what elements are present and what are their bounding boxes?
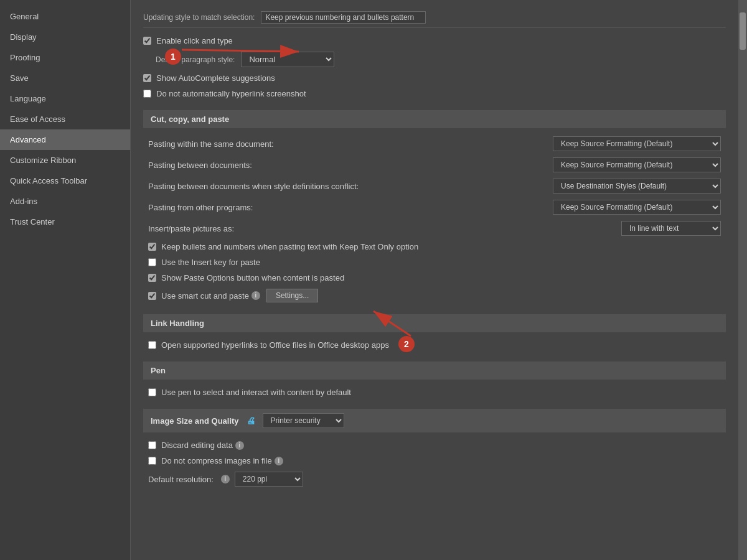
default-resolution-info-icon: i (221, 475, 230, 483)
main-content: Updating style to match selection: Keep … (131, 0, 738, 560)
pasting-between-docs-row: Pasting between documents: Keep Source F… (143, 154, 726, 175)
use-pen-row: Use pen to select and interact with cont… (143, 385, 726, 400)
top-row: Updating style to match selection: Keep … (143, 6, 726, 28)
sidebar: General Display Proofing Save Language E… (0, 0, 131, 560)
do-not-hyperlink-label[interactable]: Do not automatically hyperlink screensho… (156, 89, 306, 98)
discard-editing-row: Discard editing data i (143, 437, 726, 453)
sidebar-item-add-ins[interactable]: Add-ins (0, 191, 130, 212)
keep-bullets-checkbox[interactable] (148, 243, 156, 251)
show-autocomplete-label[interactable]: Show AutoComplete suggestions (156, 73, 275, 83)
link-handling-header: Link Handling (143, 314, 726, 332)
show-paste-options-label[interactable]: Show Paste Options button when content i… (161, 273, 344, 282)
pasting-other-programs-row: Pasting from other programs: Keep Source… (143, 197, 726, 218)
pasting-same-doc-label: Pasting within the same document: (148, 139, 553, 149)
pasting-between-docs-select[interactable]: Keep Source Formatting (Default) (553, 157, 721, 172)
use-smart-cut-checkbox[interactable] (148, 292, 156, 300)
insert-paste-select[interactable]: In line with text (621, 221, 721, 236)
show-autocomplete-row: Show AutoComplete suggestions (143, 70, 726, 86)
badge-2: 2 (398, 336, 415, 352)
smart-cut-info-icon: i (251, 291, 260, 300)
use-pen-checkbox[interactable] (148, 388, 156, 396)
pen-header: Pen (143, 362, 726, 380)
enable-click-type-checkbox[interactable] (143, 37, 151, 45)
default-paragraph-select[interactable]: Normal (241, 52, 334, 67)
pasting-same-doc-select[interactable]: Keep Source Formatting (Default) (553, 136, 721, 151)
sidebar-item-display[interactable]: Display (0, 27, 130, 47)
sidebar-item-trust-center[interactable]: Trust Center (0, 212, 130, 232)
sidebar-item-general[interactable]: General (0, 6, 130, 27)
image-size-select[interactable]: Printer security (263, 413, 344, 428)
use-smart-cut-row: Use smart cut and paste i Settings... (143, 286, 726, 306)
badge-1: 1 (165, 49, 181, 65)
show-paste-options-row: Show Paste Options button when content i… (143, 270, 726, 286)
enable-click-type-row: Enable click and type (143, 33, 726, 49)
sidebar-item-quick-access-toolbar[interactable]: Quick Access Toolbar (0, 170, 130, 191)
insert-paste-row: Insert/paste pictures as: In line with t… (143, 218, 726, 239)
use-insert-key-label[interactable]: Use the Insert key for paste (161, 258, 260, 267)
insert-paste-label: Insert/paste pictures as: (148, 224, 621, 233)
pasting-same-doc-row: Pasting within the same document: Keep S… (143, 133, 726, 154)
cut-copy-paste-header: Cut, copy, and paste (143, 110, 726, 128)
discard-editing-checkbox[interactable] (148, 441, 156, 449)
open-hyperlinks-label[interactable]: Open supported hyperlinks to Office file… (161, 340, 389, 350)
pasting-style-conflict-select[interactable]: Use Destination Styles (Default) (553, 179, 721, 194)
pasting-style-conflict-label: Pasting between documents when style def… (148, 182, 553, 191)
top-row-label: Updating style to match selection: (143, 13, 255, 22)
sidebar-item-customize-ribbon[interactable]: Customize Ribbon (0, 150, 130, 170)
default-resolution-row: Default resolution: i 220 ppi (143, 469, 726, 490)
content-area: Updating style to match selection: Keep … (131, 0, 738, 502)
keep-bullets-row: Keep bullets and numbers when pasting te… (143, 239, 726, 254)
discard-editing-label[interactable]: Discard editing data (161, 441, 233, 450)
scrollbar-track[interactable] (738, 0, 747, 560)
image-size-header: Image Size and Quality 🖨 Printer securit… (143, 409, 726, 432)
default-resolution-label: Default resolution: (148, 475, 214, 484)
enable-click-type-label[interactable]: Enable click and type (156, 36, 233, 45)
do-not-hyperlink-checkbox[interactable] (143, 90, 151, 98)
pasting-other-programs-select[interactable]: Keep Source Formatting (Default) (553, 200, 721, 215)
do-not-compress-checkbox[interactable] (148, 457, 156, 465)
pasting-other-programs-label: Pasting from other programs: (148, 203, 553, 212)
keep-bullets-label[interactable]: Keep bullets and numbers when pasting te… (161, 242, 418, 251)
image-size-label: Image Size and Quality (151, 416, 239, 426)
sidebar-item-ease-of-access[interactable]: Ease of Access (0, 109, 130, 129)
do-not-compress-row: Do not compress images in file i (143, 453, 726, 469)
show-paste-options-checkbox[interactable] (148, 274, 156, 282)
default-paragraph-label: Default paragraph style: (143, 55, 235, 64)
discard-editing-info-icon: i (235, 441, 244, 450)
do-not-compress-info-icon: i (275, 457, 283, 465)
use-insert-key-row: Use the Insert key for paste (143, 254, 726, 270)
scrollbar-thumb[interactable] (740, 12, 746, 50)
sidebar-item-save[interactable]: Save (0, 68, 130, 88)
open-hyperlinks-checkbox[interactable] (148, 341, 156, 349)
use-pen-label[interactable]: Use pen to select and interact with cont… (161, 388, 351, 397)
default-paragraph-row: Default paragraph style: Normal (143, 49, 726, 70)
default-resolution-select[interactable]: 220 ppi (235, 472, 303, 487)
do-not-compress-label[interactable]: Do not compress images in file (161, 456, 272, 465)
image-size-icon: 🖨 (247, 416, 255, 426)
pasting-style-conflict-row: Pasting between documents when style def… (143, 175, 726, 197)
pasting-between-docs-label: Pasting between documents: (148, 161, 553, 170)
sidebar-item-advanced[interactable]: Advanced (0, 129, 130, 150)
show-autocomplete-checkbox[interactable] (143, 74, 151, 82)
do-not-hyperlink-row: Do not automatically hyperlink screensho… (143, 86, 726, 101)
open-hyperlinks-row: Open supported hyperlinks to Office file… (143, 337, 726, 353)
use-smart-cut-label[interactable]: Use smart cut and paste (161, 291, 249, 301)
sidebar-item-language[interactable]: Language (0, 88, 130, 109)
sidebar-item-proofing[interactable]: Proofing (0, 47, 130, 68)
use-insert-key-checkbox[interactable] (148, 258, 156, 266)
settings-button[interactable]: Settings... (266, 289, 318, 302)
top-row-select[interactable]: Keep previous numbering and bullets patt… (261, 11, 426, 24)
